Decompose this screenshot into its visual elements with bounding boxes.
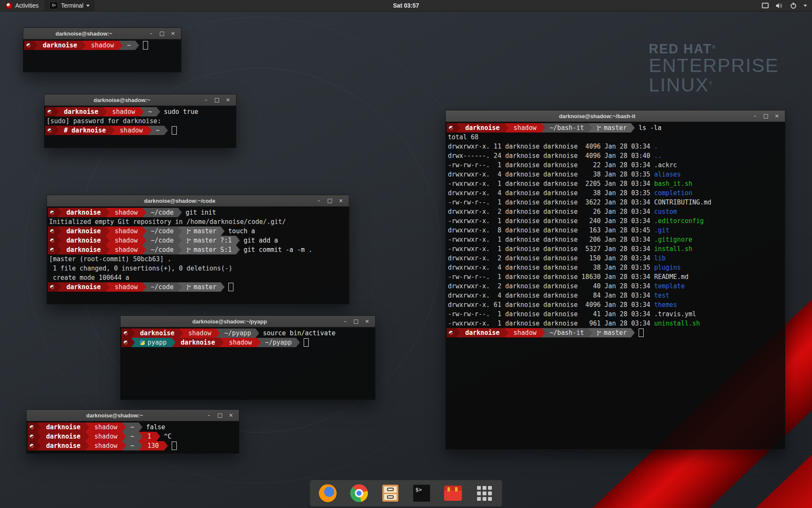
- prompt-segment-path: ~/bash-it: [545, 328, 588, 337]
- powerline-separator: [456, 123, 460, 133]
- terminal-window-home-1: darknoise@shadow:~ – □ × darknoiseshadow…: [23, 28, 181, 72]
- prompt-segment-path: ~/code: [146, 236, 178, 245]
- activities-label: Activities: [15, 2, 38, 9]
- maximize-button[interactable]: □: [761, 112, 771, 120]
- file-name: completion: [654, 189, 692, 197]
- powerline-separator: [221, 226, 225, 236]
- firefox-icon[interactable]: [318, 484, 337, 502]
- minimize-button[interactable]: –: [204, 411, 214, 420]
- power-icon[interactable]: [790, 2, 797, 9]
- powerline-separator: [631, 123, 635, 133]
- activities-button[interactable]: Activities: [0, 0, 44, 11]
- minimize-button[interactable]: –: [146, 29, 156, 38]
- close-button[interactable]: ×: [168, 29, 178, 38]
- close-button[interactable]: ×: [772, 112, 782, 120]
- terminal-line: total 68: [447, 133, 784, 142]
- powerline-separator: [103, 107, 107, 116]
- maximize-button[interactable]: □: [157, 29, 167, 38]
- prompt-segment-host: shadow: [107, 107, 140, 116]
- prompt-segment-user: darknoise: [41, 432, 85, 441]
- window-titlebar[interactable]: darknoise@shadow:~ – □ ×: [44, 94, 236, 106]
- file-name: .git: [654, 226, 669, 234]
- terminal-content[interactable]: darknoiseshadow~falsedarknoiseshadow~1^C…: [27, 421, 239, 451]
- powerline-separator: [135, 41, 139, 50]
- window-titlebar[interactable]: darknoise@shadow:~ – □ ×: [27, 410, 239, 421]
- maximize-button[interactable]: □: [325, 196, 335, 205]
- pokeball-icon: [447, 328, 456, 337]
- minimize-button[interactable]: –: [201, 96, 211, 104]
- terminal-line: drwxrwxr-x. 4 darknoise darknoise 38 Jan…: [447, 263, 784, 272]
- powerline-separator: [119, 41, 123, 50]
- terminal-content[interactable]: darknoiseshadow~/pyappsource bin/activat…: [121, 327, 375, 348]
- pokeball-icon: [48, 208, 58, 217]
- terminal-line: -rw-rw-r--. 1 darknoise darknoise 22 Jan…: [447, 160, 784, 170]
- app-grid-icon[interactable]: [475, 484, 494, 502]
- volume-icon[interactable]: [776, 3, 783, 9]
- powerline-separator: [37, 432, 41, 441]
- maximize-button[interactable]: □: [351, 317, 361, 326]
- window-titlebar[interactable]: darknoise@shadow:~/bash-it – □ ×: [446, 110, 785, 122]
- terminal-line: darknoiseshadow~/bash-itmasterls -la: [447, 123, 784, 133]
- prompt-segment-host: shadow: [508, 123, 541, 133]
- file-name: .gitignore: [654, 236, 692, 243]
- file-name: lib: [654, 254, 666, 262]
- terminal-content[interactable]: darknoiseshadow~/bash-itmasterls -latota…: [446, 122, 785, 338]
- powerline-separator: [541, 123, 545, 133]
- window-titlebar[interactable]: darknoise@shadow:~/code – □ ×: [47, 195, 349, 207]
- terminal-line: darknoiseshadow~sudo true: [45, 107, 235, 116]
- prompt-segment-venv: pyapp: [135, 338, 172, 347]
- powerline-separator: [164, 441, 168, 450]
- maximize-button[interactable]: □: [212, 96, 222, 104]
- minimize-button[interactable]: –: [750, 112, 760, 120]
- prompt-segment-host: shadow: [224, 338, 257, 347]
- prompt-segment-git: master S:1: [182, 245, 236, 254]
- terminal-icon[interactable]: $>: [412, 484, 431, 502]
- powerline-separator: [122, 441, 126, 450]
- prompt-segment-path: ~: [144, 107, 156, 116]
- terminal-line: darknoiseshadow~/codemaster ?:1git add a: [48, 236, 348, 245]
- terminal-line: drwx------. 24 darknoise darknoise 4096 …: [447, 151, 784, 160]
- minimize-button[interactable]: –: [340, 317, 350, 326]
- terminal-cursor: [172, 126, 177, 135]
- command-text: sudo true: [164, 108, 198, 116]
- toolbox-icon[interactable]: [444, 484, 462, 502]
- terminal-content[interactable]: darknoiseshadow~: [23, 39, 181, 51]
- close-button[interactable]: ×: [336, 196, 346, 205]
- close-button[interactable]: ×: [226, 411, 236, 420]
- terminal-content[interactable]: darknoiseshadow~sudo true[sudo] password…: [44, 106, 236, 136]
- file-name: ..: [654, 152, 662, 160]
- file-name: template: [654, 282, 685, 290]
- window-titlebar[interactable]: darknoise@shadow:~ – □ ×: [23, 28, 181, 39]
- prompt-segment-host: shadow: [89, 441, 122, 450]
- chevron-down-icon[interactable]: [804, 5, 807, 7]
- powerline-separator: [178, 245, 182, 254]
- pokeball-icon: [45, 126, 55, 135]
- prompt-segment-host: shadow: [115, 126, 148, 135]
- close-button[interactable]: ×: [362, 317, 372, 326]
- minimize-button[interactable]: –: [314, 196, 324, 205]
- window-titlebar[interactable]: darknoise@shadow:~/pyapp – □ ×: [121, 316, 375, 327]
- app-menu-label: Terminal: [61, 2, 83, 9]
- terminal-content[interactable]: darknoiseshadow~/codegit initInitialized…: [47, 207, 349, 293]
- prompt-segment-user: darknoise: [61, 245, 106, 254]
- chrome-icon[interactable]: [350, 484, 368, 502]
- prompt-segment-user: darknoise: [38, 41, 82, 50]
- clock[interactable]: Sat 03:57: [393, 2, 419, 9]
- maximize-button[interactable]: □: [215, 411, 225, 420]
- files-icon[interactable]: [381, 484, 400, 502]
- terminal-line: -rwxrwxr-x. 1 darknoise darknoise 240 Ja…: [447, 216, 784, 226]
- terminal-line: darknoiseshadow~/bash-itmaster: [447, 328, 784, 337]
- prompt-segment-exit: 1: [143, 432, 156, 441]
- prompt-segment-user: darknoise: [61, 208, 106, 217]
- window-title: darknoise@shadow:~/code: [47, 198, 313, 204]
- display-icon[interactable]: [762, 3, 769, 8]
- powerline-separator: [106, 226, 110, 236]
- prompt-segment-host: shadow: [110, 208, 143, 217]
- close-button[interactable]: ×: [223, 96, 233, 104]
- terminal-line: -rwxrwxr-x. 1 darknoise darknoise 2205 J…: [447, 179, 784, 188]
- powerline-separator: [58, 226, 61, 236]
- app-menu-terminal[interactable]: $> Terminal: [44, 0, 95, 11]
- powerline-separator: [106, 236, 110, 245]
- powerline-separator: [106, 245, 110, 254]
- powerline-separator: [178, 236, 182, 245]
